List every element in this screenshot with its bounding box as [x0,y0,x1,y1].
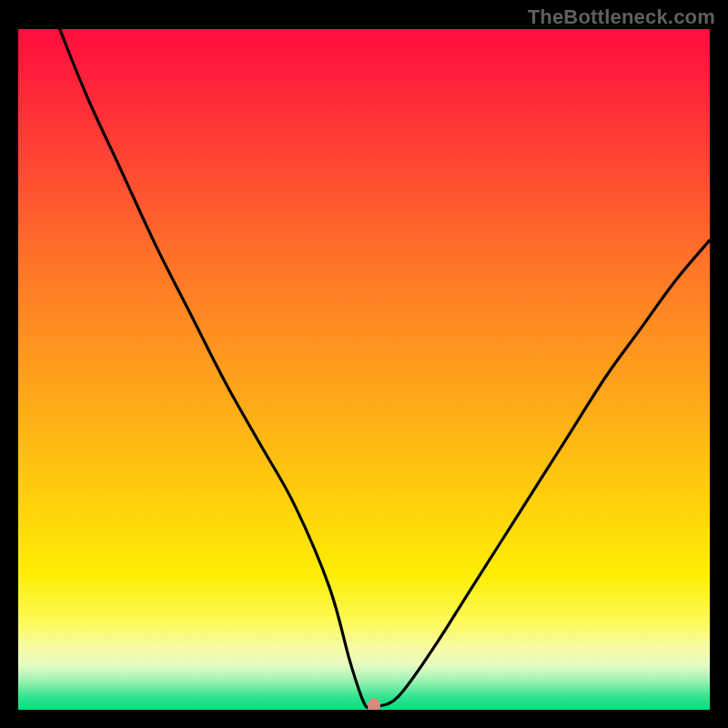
chart-stage: TheBottleneck.com [0,0,728,728]
plot-area [18,29,710,710]
bottleneck-curve [18,29,710,710]
watermark-text: TheBottleneck.com [528,5,715,29]
marker-dot [368,698,380,710]
